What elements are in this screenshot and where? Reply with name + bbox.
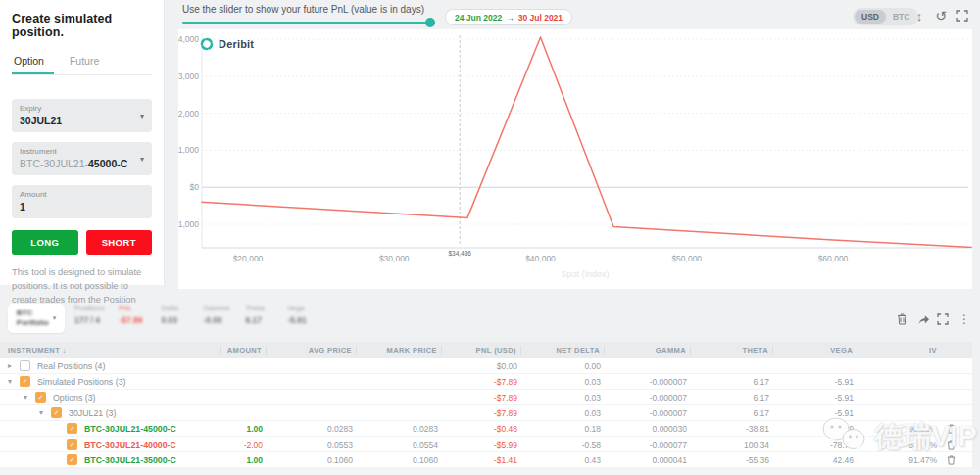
pnl-line	[201, 37, 972, 248]
table-row[interactable]: ✓BTC-30JUL21-45000-C1.000.02830.0283-$0.…	[0, 421, 972, 437]
pnl-chart: $4,000$3,000$2,000$1,000$0-$1,000$20,000…	[178, 29, 972, 289]
slider-handle[interactable]	[425, 18, 435, 27]
y-tick-label: $1,000	[178, 145, 199, 155]
create-position-panel: Create simulated position. Option Future…	[0, 0, 165, 285]
table-row[interactable]: ✓BTC-30JUL21-35000-C1.000.10600.1060-$1.…	[0, 452, 972, 468]
tab-future[interactable]: Future	[68, 51, 109, 74]
row-checkbox[interactable]: ✓	[67, 454, 77, 465]
instrument-label: Instrument	[20, 147, 144, 156]
stat-label: Theta	[245, 304, 272, 312]
instrument-type-tabs: Option Future	[12, 51, 152, 75]
column-header-avg-price[interactable]: AVG PRICE	[267, 346, 357, 355]
date-from: 24 Jun 2022	[455, 13, 502, 23]
x-tick-label: $40,000	[525, 254, 556, 263]
stat-value: -0.00	[203, 315, 230, 325]
column-header-gamma[interactable]: GAMMA	[605, 346, 691, 355]
cell-pnl-usd: -$5.99	[442, 440, 521, 450]
amount-label: Amount	[20, 190, 144, 199]
row-expander-icon[interactable]: ▾	[39, 408, 51, 417]
column-header-vega[interactable]: VEGA	[773, 346, 858, 355]
stat-label: Gamma	[203, 304, 230, 312]
row-checkbox[interactable]: ✓	[35, 392, 46, 403]
cell-pnl-usd: $0.00	[442, 361, 521, 371]
delete-row-spacer	[941, 391, 960, 404]
cell-net-delta: 0.03	[521, 377, 605, 387]
x-axis-title: Spot (Index)	[561, 269, 609, 279]
row-checkbox[interactable]	[20, 360, 30, 371]
cell-mark-price: 0.0283	[357, 424, 442, 434]
positions-table-body: ▸Real Positions (4)$0.000.00▾✓Simulated …	[0, 358, 972, 468]
column-header-mark-price[interactable]: MARK PRICE	[357, 346, 442, 355]
table-row[interactable]: ▾✓Simulated Positions (3)-$7.890.03-0.00…	[0, 374, 972, 390]
row-expander-icon[interactable]: ▸	[8, 361, 20, 370]
date-to: 30 Jul 2021	[518, 13, 563, 23]
cell-avg-price: 0.0553	[267, 440, 357, 450]
cell-mark-price: 0.1060	[357, 455, 442, 465]
delete-all-icon[interactable]	[894, 311, 909, 327]
fullscreen-icon[interactable]	[955, 8, 970, 24]
unfold-vertical-icon[interactable]: ↕	[911, 8, 927, 24]
cell-avg-price: 0.1060	[267, 455, 357, 465]
instrument-name: Real Positions (4)	[37, 361, 105, 371]
cell-amount: 1.00	[221, 424, 267, 434]
table-row[interactable]: ▾✓30JUL21 (3)-$7.890.03-0.0000076.17-5.9…	[0, 405, 972, 421]
cell-pnl-usd: -$7.89	[442, 393, 521, 403]
table-row[interactable]: ▾✓Options (3)-$7.890.03-0.0000076.17-5.9…	[0, 390, 972, 405]
stat-label: Vega	[287, 304, 315, 312]
y-tick-label: $2,000	[178, 109, 199, 119]
stat-value: 177 / 4	[74, 315, 104, 325]
expiry-select[interactable]: Expiry 30JUL21 ▾	[12, 99, 152, 132]
row-checkbox[interactable]: ✓	[67, 423, 77, 434]
currency-usd-button[interactable]: USD	[855, 10, 886, 24]
row-checkbox[interactable]: ✓	[67, 439, 77, 450]
delete-row-icon[interactable]	[941, 453, 960, 467]
cell-net-delta: 0.43	[521, 455, 605, 465]
row-checkbox[interactable]: ✓	[20, 376, 30, 387]
cell-theta: -55.36	[691, 455, 773, 465]
slider-track[interactable]	[182, 22, 435, 24]
cell-vega: -5.91	[773, 408, 858, 418]
instrument-name: BTC-30JUL21-45000-C	[84, 424, 176, 434]
stat-value: 6.17	[245, 315, 272, 325]
delete-row-icon[interactable]	[941, 438, 960, 451]
share-icon[interactable]	[915, 311, 931, 327]
delete-row-icon[interactable]	[941, 422, 960, 436]
date-range-badge: 24 Jun 2022 → 30 Jul 2021	[445, 9, 572, 25]
column-header-amount[interactable]: AMOUNT	[221, 346, 267, 355]
account-selector[interactable]: BTC Portfolio ▾	[8, 304, 65, 333]
column-header-net-delta[interactable]: NET DELTA	[521, 346, 605, 355]
column-header-pnl-usd-[interactable]: PNL (USD)	[442, 346, 521, 355]
y-tick-label: $3,000	[178, 71, 199, 81]
cell-gamma: 0.000030	[605, 424, 691, 434]
horizontal-scrollbar[interactable]	[0, 469, 980, 475]
y-tick-label: $4,000	[178, 34, 199, 44]
pnl-chart-canvas[interactable]: $4,000$3,000$2,000$1,000$0-$1,000$20,000…	[178, 29, 972, 289]
table-row[interactable]: ▸Real Positions (4)$0.000.00	[0, 358, 972, 374]
position-builder-app: Create simulated position. Option Future…	[0, 0, 980, 475]
stat-label: PnL	[119, 304, 146, 312]
stat-value: 0.03	[161, 315, 188, 325]
kebab-menu-icon[interactable]: ⋮	[956, 311, 972, 327]
expiry-value: 30JUL21	[20, 115, 144, 126]
table-row[interactable]: ✓BTC-30JUL21-40000-C-2.000.05530.0554-$5…	[0, 437, 972, 452]
pnl-days-slider[interactable]	[182, 18, 435, 27]
row-expander-icon[interactable]: ▾	[24, 393, 35, 402]
instrument-name: Options (3)	[53, 393, 96, 403]
stat-vega: Vega-5.91	[287, 304, 315, 325]
refresh-icon[interactable]: ↺	[933, 8, 949, 24]
short-button[interactable]: SHORT	[86, 230, 153, 255]
slider-label: Use the slider to show your future PnL (…	[182, 4, 424, 15]
column-header-iv[interactable]: IV	[858, 346, 941, 355]
row-checkbox[interactable]: ✓	[51, 407, 62, 418]
row-expander-icon[interactable]: ▾	[8, 377, 20, 386]
expand-table-icon[interactable]	[935, 311, 951, 327]
arrow-right-icon: →	[506, 13, 514, 23]
amount-field[interactable]: Amount 1	[12, 185, 152, 218]
long-button[interactable]: LONG	[12, 230, 78, 255]
expiry-label: Expiry	[20, 104, 144, 113]
column-header-instrument[interactable]: INSTRUMENT ↓	[0, 346, 221, 355]
tab-option[interactable]: Option	[12, 51, 54, 74]
column-header-theta[interactable]: THETA	[691, 346, 773, 355]
chevron-down-icon: ▾	[140, 112, 144, 120]
instrument-select[interactable]: Instrument BTC-30JUL21-45000-C ▾	[12, 142, 152, 175]
